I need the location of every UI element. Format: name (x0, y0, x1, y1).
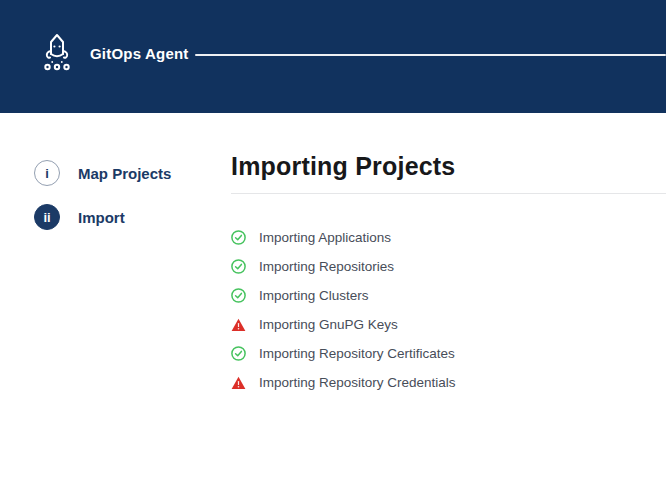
warning-triangle-icon (231, 375, 246, 390)
wizard-step-map-projects[interactable]: i Map Projects (34, 160, 214, 186)
status-label: Importing Repository Credentials (259, 375, 456, 390)
status-label: Importing Repositories (259, 259, 394, 274)
wizard-step-import[interactable]: ii Import (34, 204, 214, 230)
page-title: Importing Projects (231, 150, 666, 182)
status-row-applications: Importing Applications (231, 223, 666, 252)
step-number-circle: ii (34, 204, 60, 230)
check-circle-icon (231, 346, 246, 361)
check-circle-icon (231, 288, 246, 303)
import-status-panel: Importing Projects Importing Application… (231, 150, 666, 397)
status-row-repository-certificates: Importing Repository Certificates (231, 339, 666, 368)
warning-triangle-icon (231, 317, 246, 332)
status-label: Importing Clusters (259, 288, 369, 303)
app-title: GitOps Agent (90, 45, 189, 63)
wizard-step-label: Map Projects (78, 165, 171, 182)
app-header: GitOps Agent (0, 0, 666, 113)
title-divider-line (231, 193, 666, 194)
status-label: Importing Repository Certificates (259, 346, 455, 361)
import-wizard-page: GitOps Agent i Map Projects ii Import Im… (0, 0, 666, 483)
status-label: Importing Applications (259, 230, 391, 245)
check-circle-icon (231, 259, 246, 274)
wizard-step-label: Import (78, 209, 125, 226)
status-row-clusters: Importing Clusters (231, 281, 666, 310)
import-status-list: Importing Applications Importing Reposit… (231, 223, 666, 397)
step-number-circle: i (34, 160, 60, 186)
status-row-repository-credentials: Importing Repository Credentials (231, 368, 666, 397)
wizard-steps-sidebar: i Map Projects ii Import (34, 160, 214, 248)
status-row-gnupg-keys: Importing GnuPG Keys (231, 310, 666, 339)
check-circle-icon (231, 230, 246, 245)
header-divider-line (195, 54, 666, 56)
argo-squid-icon (39, 31, 75, 73)
status-row-repositories: Importing Repositories (231, 252, 666, 281)
status-label: Importing GnuPG Keys (259, 317, 398, 332)
